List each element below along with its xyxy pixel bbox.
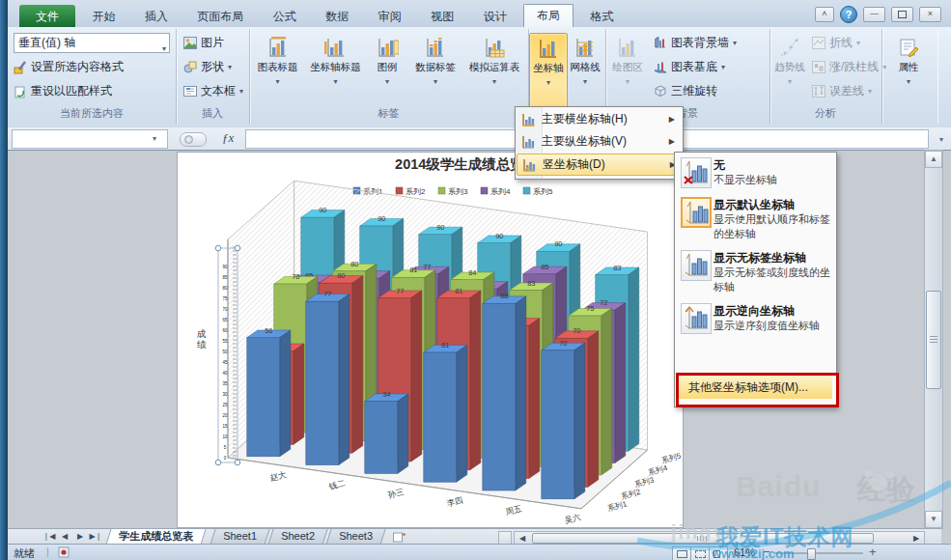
insert-shapes-button[interactable]: 形状▾: [183, 59, 232, 75]
bar-系列1-钱二[interactable]: 77: [306, 290, 350, 464]
menu-item-depth-axis[interactable]: 竖坐标轴(D)▶: [517, 154, 682, 176]
axis-titles-button[interactable]: 坐标轴标题▾: [305, 33, 366, 116]
sheet-tab-overview[interactable]: 学生成绩总览表: [105, 529, 206, 545]
page-layout-view-button[interactable]: [690, 546, 710, 560]
submenu-item-axis-without-labels[interactable]: 显示无标签坐标轴显示无标签或刻度线的坐标轴: [675, 245, 836, 298]
bar-系列1-孙三[interactable]: 34: [365, 390, 408, 474]
category-axis-label[interactable]: 钱二: [327, 478, 347, 491]
bar-系列1-吴六[interactable]: 70: [542, 339, 585, 499]
normal-view-button[interactable]: [672, 546, 691, 560]
menu-item-primary-vertical-axis[interactable]: 主要纵坐标轴(V)▶: [517, 130, 680, 153]
chart-element-selector[interactable]: 垂直(值) 轴▾: [14, 33, 170, 53]
category-axis-label[interactable]: 孙三: [387, 487, 406, 500]
zoom-out-icon[interactable]: −: [763, 545, 770, 559]
prev-sheet-icon[interactable]: ◀: [58, 531, 71, 543]
bar-系列1-赵大[interactable]: 56: [247, 326, 291, 457]
tab-chart-format[interactable]: 格式: [578, 5, 627, 28]
chart-title[interactable]: 2014级学生成绩总览: [395, 156, 524, 172]
first-sheet-icon[interactable]: ❘◀: [42, 531, 56, 543]
selection-handle[interactable]: [215, 245, 221, 251]
page-break-view-button[interactable]: [709, 546, 728, 560]
legend-swatch[interactable]: [396, 187, 403, 194]
tab-chart-design[interactable]: 设计: [471, 5, 519, 28]
submenu-item-none[interactable]: 无不显示坐标轴: [675, 153, 836, 192]
properties-button[interactable]: 属性▾: [883, 33, 934, 116]
bar-系列1-李四[interactable]: 61: [424, 341, 467, 482]
zoom-in-icon[interactable]: +: [869, 545, 877, 559]
vertical-scrollbar[interactable]: ▲ ▼: [924, 150, 943, 529]
submenu-item-default-axis[interactable]: 显示默认坐标轴显示使用默认顺序和标签的坐标轴: [675, 192, 836, 245]
tab-data[interactable]: 数据: [313, 5, 361, 28]
depth-axis-label[interactable]: 系列2: [620, 488, 642, 501]
tab-chart-layout[interactable]: 布局: [523, 4, 573, 28]
rotation-3d-button[interactable]: 三维旋转: [654, 83, 717, 99]
value-axis-title[interactable]: 成绩: [197, 328, 207, 350]
horizontal-scrollbar[interactable]: ◀ ▶: [514, 531, 925, 545]
restore-button[interactable]: [891, 7, 913, 22]
insert-picture-button[interactable]: 图片: [183, 35, 224, 51]
ribbon-collapse-icon[interactable]: ˄: [815, 7, 834, 22]
chart-floor-button[interactable]: 图表基底▾: [654, 59, 725, 75]
close-button[interactable]: ×: [919, 7, 941, 22]
fx-icon[interactable]: ƒx: [222, 130, 234, 146]
sheet-tab-sheet1[interactable]: Sheet1: [210, 529, 269, 545]
legend-item-label[interactable]: 系列4: [490, 187, 511, 196]
depth-axis-label[interactable]: 系列1: [606, 499, 629, 513]
selection-handle[interactable]: [235, 245, 240, 251]
last-sheet-icon[interactable]: ▶❘: [89, 531, 102, 543]
legend-swatch[interactable]: [438, 187, 445, 194]
axes-button[interactable]: 坐标轴▾: [529, 33, 568, 118]
tab-page-layout[interactable]: 页面布局: [184, 5, 256, 28]
tab-review[interactable]: 审阅: [366, 5, 414, 28]
chart-sheet[interactable]: 2014级学生成绩总览系列1系列2系列3系列4系列590909090908365…: [177, 152, 684, 528]
3d-column-chart[interactable]: 2014级学生成绩总览系列1系列2系列3系列4系列590909090908365…: [178, 153, 683, 527]
chart-wall-button[interactable]: 图表背景墙▾: [654, 35, 737, 51]
legend-item-label[interactable]: 系列2: [406, 187, 426, 196]
depth-axis-label[interactable]: 系列5: [660, 451, 683, 464]
format-selection-button[interactable]: 设置所选内容格式: [14, 59, 124, 75]
legend-button[interactable]: 图例▾: [367, 33, 407, 116]
legend-swatch[interactable]: [481, 187, 488, 194]
submenu-item-reversed-axis[interactable]: 显示逆向坐标轴显示逆序刻度值坐标轴: [675, 298, 836, 338]
menu-item-primary-horizontal-axis[interactable]: 主要横坐标轴(H)▶: [517, 108, 680, 130]
category-axis-label[interactable]: 周五: [505, 503, 523, 517]
zoom-level-label[interactable]: 61%: [734, 546, 755, 558]
selection-handle[interactable]: [235, 460, 240, 465]
next-sheet-icon[interactable]: ▶: [73, 531, 87, 543]
reset-to-match-style-button[interactable]: 重设以匹配样式: [14, 83, 112, 99]
category-axis-label[interactable]: 李四: [446, 495, 464, 509]
scroll-down-icon[interactable]: ▼: [925, 511, 942, 528]
depth-axis-label[interactable]: 系列4: [647, 463, 669, 477]
data-table-button[interactable]: 模拟运算表▾: [463, 33, 525, 116]
tab-view[interactable]: 视图: [418, 5, 466, 28]
zoom-slider-thumb[interactable]: [807, 548, 816, 560]
tab-file[interactable]: 文件: [19, 5, 75, 28]
sheet-tab-sheet3[interactable]: Sheet3: [325, 529, 385, 545]
vertical-scroll-thumb[interactable]: [926, 291, 941, 389]
insert-textbox-button[interactable]: 文本框▾: [183, 83, 243, 99]
zoom-slider[interactable]: [774, 552, 863, 554]
insert-worksheet-icon[interactable]: [390, 531, 407, 543]
selection-handle[interactable]: [215, 460, 221, 465]
help-icon[interactable]: ?: [840, 6, 857, 23]
depth-axis-label[interactable]: 系列3: [633, 475, 656, 489]
macro-record-icon[interactable]: [58, 546, 70, 560]
horizontal-scroll-thumb[interactable]: [532, 533, 874, 544]
legend-swatch[interactable]: [523, 187, 530, 194]
bar-系列1-周五[interactable]: 88: [483, 292, 526, 490]
more-depth-axis-options[interactable]: 其他竖坐标轴选项(M)...: [677, 376, 832, 399]
category-axis-label[interactable]: 吴六: [564, 512, 582, 525]
chart-title-button[interactable]: 图表标题▾: [251, 33, 304, 116]
tab-home[interactable]: 开始: [79, 5, 127, 28]
data-labels-button[interactable]: 数据标签▾: [408, 33, 462, 116]
tab-split-handle[interactable]: [498, 531, 512, 545]
tab-insert[interactable]: 插入: [132, 5, 181, 28]
minimize-button[interactable]: —: [863, 7, 885, 22]
name-box-arrow-icon[interactable]: ▾: [153, 134, 156, 143]
scroll-up-icon[interactable]: ▲: [925, 151, 942, 168]
sheet-tab-sheet2[interactable]: Sheet2: [267, 529, 327, 545]
insert-function-pill[interactable]: [180, 132, 207, 147]
formula-bar-expand-icon[interactable]: ▾: [939, 135, 943, 144]
tab-formulas[interactable]: 公式: [261, 5, 309, 28]
name-box[interactable]: [12, 129, 168, 149]
